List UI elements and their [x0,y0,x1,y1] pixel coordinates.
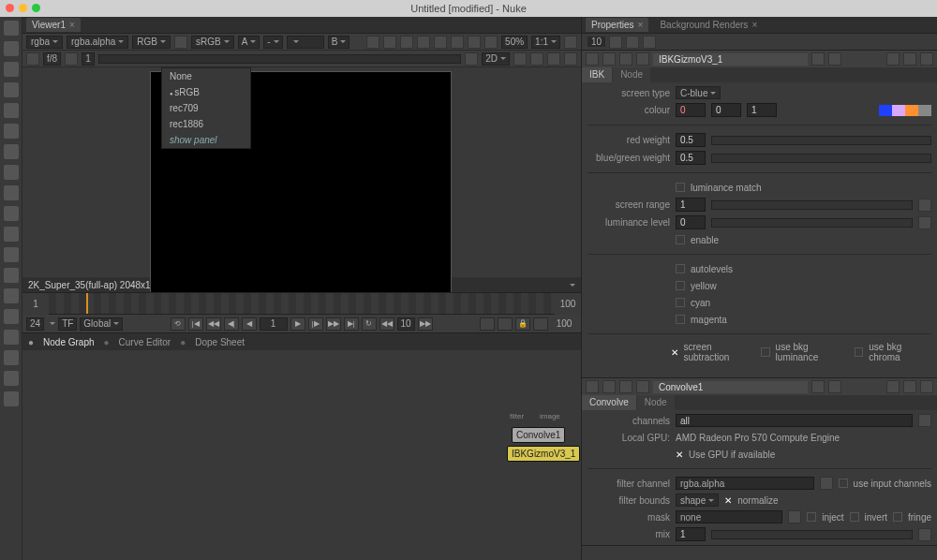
compare-select[interactable] [287,36,324,49]
checkbox[interactable] [839,479,848,488]
subtab-node[interactable]: Node [637,395,675,410]
menu-item-show-panel[interactable]: show panel [162,132,250,148]
lum-level-slider[interactable] [711,218,913,228]
anim-icon[interactable] [918,528,931,541]
viewer-canvas[interactable]: 2K_Super_35(full-ap) None sRGB rec709 re… [22,67,581,277]
tab-bg-renders[interactable]: Background Renders× [654,18,763,32]
tab-curve-editor[interactable]: Curve Editor [119,337,171,347]
subtab-ibk[interactable]: IBK [582,67,612,82]
tool-icon[interactable] [4,391,19,406]
colour-g[interactable]: 0 [711,103,741,117]
pause-icon[interactable] [484,36,498,49]
lock-icon[interactable]: 🔒 [515,317,530,331]
subtab-node[interactable]: Node [613,67,650,82]
playhead[interactable] [86,293,88,314]
checkbox[interactable] [850,512,859,522]
checkbox[interactable] [893,512,902,522]
anim-icon[interactable] [918,199,931,212]
ratio-select[interactable]: 1:1 [531,36,560,49]
channel-icon[interactable] [820,477,833,490]
panel-icon[interactable] [828,52,841,66]
panel-header[interactable]: Convolve1 [582,378,937,395]
panel-icon[interactable] [619,380,632,393]
viewer-icon[interactable] [383,36,396,49]
step-field[interactable]: 10 [397,317,415,331]
viewer-icon[interactable] [530,52,543,66]
swatch-blue[interactable] [879,105,892,116]
swatch-orange[interactable] [905,105,918,116]
tab-properties[interactable]: Properties× [586,18,648,32]
viewer-icon[interactable] [564,36,577,49]
trash-icon[interactable] [626,36,639,49]
gain-slider[interactable] [98,54,462,64]
loop-icon[interactable]: ↻ [362,317,377,331]
checkbox[interactable] [676,315,685,324]
minimize-window-icon[interactable] [19,4,27,12]
arrow-right-icon[interactable] [65,52,78,66]
close-icon[interactable] [903,52,916,66]
tool-icon[interactable] [4,309,19,324]
colorspace-select[interactable]: sRGB [191,36,234,49]
frame-end2[interactable]: 100 [551,318,577,329]
play-back-icon[interactable]: ◀ [242,317,257,331]
anim-icon[interactable] [918,216,931,229]
frame-end[interactable]: 100 [555,299,581,309]
channel-icon[interactable] [788,510,801,523]
tool-icon[interactable] [4,62,19,77]
prev-frame-icon[interactable]: ◀| [224,317,239,331]
tool-icon[interactable] [4,350,19,365]
play-icon[interactable] [480,317,495,331]
checkbox[interactable] [676,183,685,192]
viewer-icon[interactable] [400,36,413,49]
wipe-select[interactable]: - [263,36,282,49]
close-icon[interactable] [920,52,933,66]
bg-weight-slider[interactable] [711,154,931,163]
channel-icon[interactable] [918,414,931,427]
fps-field[interactable]: 24 [26,317,44,331]
chevron-down-icon[interactable] [570,284,575,287]
menu-item-srgb[interactable]: sRGB [162,84,250,100]
viewer-icon[interactable] [434,36,447,49]
timeline-ruler[interactable] [49,293,555,315]
alpha-select[interactable]: rgba.alpha [67,36,128,49]
frame-start[interactable]: 1 [22,299,49,309]
tool-icon[interactable] [4,288,19,303]
tab-viewer[interactable]: Viewer1 × [26,18,81,32]
checkbox[interactable] [761,347,770,357]
last-frame-icon[interactable]: ▶| [344,317,359,331]
screen-range-field[interactable]: 1 [676,198,706,212]
help-icon[interactable] [886,380,900,393]
tool-icon[interactable] [4,206,19,221]
checkbox[interactable] [855,347,864,357]
arrow-left-icon[interactable] [26,52,39,66]
screen-range-slider[interactable] [711,200,913,210]
viewer-icon[interactable] [547,52,560,66]
play-icon[interactable] [498,317,513,331]
mix-slider[interactable] [711,530,913,539]
node-graph[interactable]: filter image Convolve1 IBKGizmoV3_1 [22,350,581,560]
next-frame-icon[interactable]: |▶ [308,317,323,331]
panel-count[interactable]: 10 [587,37,605,47]
dim-select[interactable]: 2D [482,52,510,66]
viewer-icon[interactable] [451,36,464,49]
colour-swatches[interactable] [879,105,931,116]
checkbox[interactable] [676,298,685,307]
tool-icon[interactable] [4,165,19,180]
play-icon[interactable] [533,317,548,331]
swatch-purple[interactable] [892,105,905,116]
checkbox[interactable] [676,235,685,244]
menu-item-rec709[interactable]: rec709 [162,100,250,116]
tool-icon[interactable] [4,144,19,159]
edit-icon[interactable] [643,36,656,49]
tf-select[interactable]: TF [58,317,77,331]
panel-icon[interactable] [619,52,632,66]
help-icon[interactable] [886,52,900,66]
tool-icon[interactable] [4,21,19,36]
fstop-field[interactable]: f/8 [43,52,61,66]
panel-icon[interactable] [636,52,649,66]
menu-item-rec1886[interactable]: rec1886 [162,116,250,132]
checkbox[interactable] [676,264,685,273]
clip-icon[interactable] [174,36,187,49]
colour-r[interactable]: 0 [676,103,706,117]
viewer-icon[interactable] [564,52,577,66]
